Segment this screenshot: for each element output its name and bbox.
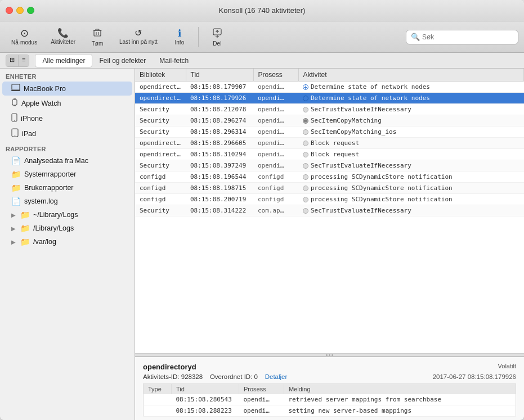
brukerrapporter-label: Brukerrapporter	[24, 184, 74, 192]
table-row[interactable]: configd 08:15:08.200719 configd processi…	[135, 194, 524, 205]
naa-modus-label: Nå-modus	[11, 39, 37, 46]
detail-cell-type	[144, 405, 172, 417]
apple-watch-label: Apple Watch	[21, 100, 61, 107]
info-button[interactable]: ℹ Info	[165, 26, 194, 48]
cell-activity: +Determine state of network nodes	[298, 82, 524, 93]
sidebar: Enheter MacBook Pro Apple Watch iPhone	[0, 69, 135, 420]
sidebar-item-var-log[interactable]: ▶ 📁 /var/log	[2, 235, 132, 249]
reports-header: Rapporter	[0, 141, 135, 154]
search-input[interactable]	[422, 33, 513, 41]
table-row[interactable]: opendirect… 08:15:08.179926 opendi… Dete…	[135, 93, 524, 104]
cell-library: configd	[135, 183, 186, 194]
lib-logs-icon: 📁	[20, 224, 30, 233]
sidebar-item-analyse[interactable]: 📄 Analysedata fra Mac	[2, 154, 132, 168]
cell-process: configd	[253, 194, 298, 205]
close-button[interactable]	[6, 7, 13, 14]
table-row[interactable]: Security 08:15:08.397249 opendi… SecTrus…	[135, 160, 524, 171]
table-row[interactable]: opendirect… 08:15:08.179907 opendi… +Det…	[135, 82, 524, 93]
detail-table-row[interactable]: 08:15:08.280543 opendi… retrieved server…	[144, 394, 516, 405]
tom-button[interactable]: Tøm	[83, 25, 111, 49]
cell-time: 08:15:08.179907	[186, 82, 253, 93]
cell-library: Security	[135, 104, 186, 115]
sidebar-item-brukerrapporter[interactable]: 📁 Brukerrapporter	[2, 181, 132, 195]
library-logs-icon: 📁	[20, 210, 30, 219]
sidebar-item-macbook[interactable]: MacBook Pro	[2, 82, 132, 96]
svg-rect-7	[12, 100, 17, 105]
iphone-label: iPhone	[21, 115, 43, 123]
cell-process: opendi…	[253, 138, 298, 149]
tab-mail-fetch[interactable]: Mail-fetch	[153, 55, 195, 67]
ipad-label: iPad	[22, 130, 36, 138]
table-row[interactable]: configd 08:15:08.198715 configd processi…	[135, 183, 524, 194]
cell-activity: processing SCDynamicStore notification	[298, 171, 524, 183]
app-window: Konsoll (16 740 aktiviteter) ⊙ Nå-modus …	[0, 0, 524, 420]
search-icon: 🔍	[411, 33, 420, 41]
naa-modus-button[interactable]: ⊙ Nå-modus	[6, 26, 43, 48]
del-button[interactable]: Del	[203, 25, 231, 49]
table-row[interactable]: opendirect… 08:15:08.296605 opendi… Bloc…	[135, 138, 524, 149]
search-box[interactable]: 🔍	[406, 30, 518, 44]
cell-activity: Block request	[298, 149, 524, 160]
cell-activity: SecTrustEvaluateIfNecessary	[298, 205, 524, 216]
window-title: Konsoll (16 740 aktiviteter)	[219, 6, 306, 15]
minimize-button[interactable]	[16, 7, 24, 14]
detail-col-process: Prosess	[239, 384, 284, 395]
parent-id-label: Overordnet ID:	[210, 373, 252, 380]
sidebar-item-library-logs[interactable]: ▶ 📁 ~/Library/Logs	[2, 208, 132, 222]
cell-process: com.ap…	[253, 205, 298, 216]
detail-meta: Aktivitets-ID: 928328 Overordnet ID: 0 D…	[143, 373, 516, 380]
last-inn-button[interactable]: ↺ Last inn på nytt	[114, 26, 163, 47]
sidebar-item-apple-watch[interactable]: Apple Watch	[2, 96, 132, 111]
log-table-container[interactable]: Bibliotek Tid Prosess Aktivitet opendire…	[135, 69, 524, 353]
apple-watch-icon	[11, 98, 18, 109]
divider-dots	[326, 354, 333, 356]
aktiviteter-icon: 📞	[57, 29, 69, 38]
table-row[interactable]: Security 08:15:08.296314 opendi… SecItem…	[135, 127, 524, 138]
cell-time: 08:15:08.196544	[186, 171, 253, 183]
system-log-icon: 📄	[11, 197, 21, 206]
cell-process: configd	[253, 171, 298, 183]
cell-time: 08:15:08.397249	[186, 160, 253, 171]
cell-process: configd	[253, 183, 298, 194]
toggle-grid-button[interactable]: ⊞	[6, 55, 19, 66]
tab-feil-defekter[interactable]: Feil og defekter	[92, 55, 153, 67]
cell-activity: SecTrustEvaluateIfNecessary	[298, 104, 524, 115]
cell-time: 08:15:08.296274	[186, 115, 253, 127]
detail-cell-process: opendi…	[239, 405, 284, 417]
analyse-icon: 📄	[11, 156, 21, 165]
table-row[interactable]: opendirect… 08:15:08.310294 opendi… Bloc…	[135, 149, 524, 160]
sidebar-item-lib-logs[interactable]: ▶ 📁 /Library/Logs	[2, 222, 132, 235]
toggle-list-button[interactable]: ≡	[19, 55, 29, 66]
sidebar-item-ipad[interactable]: iPad	[2, 126, 132, 141]
detail-cell-message: setting new server-based mappings	[284, 405, 516, 417]
sidebar-item-iphone[interactable]: iPhone	[2, 111, 132, 126]
brukerrapporter-icon: 📁	[11, 183, 21, 192]
cell-process: opendi…	[253, 127, 298, 138]
cell-activity: Block request	[298, 138, 524, 149]
cell-process: opendi…	[253, 149, 298, 160]
title-bar: Konsoll (16 740 aktiviteter)	[0, 0, 524, 21]
table-row[interactable]: Security 08:15:08.212078 opendi… SecTrus…	[135, 104, 524, 115]
devices-header: Enheter	[0, 69, 135, 82]
aktiviteter-label: Aktiviteter	[51, 39, 75, 45]
cell-library: configd	[135, 171, 186, 183]
cell-time: 08:15:08.200719	[186, 194, 253, 205]
library-logs-label: ~/Library/Logs	[33, 211, 78, 219]
sidebar-item-system-log[interactable]: 📄 system.log	[2, 195, 132, 208]
table-row[interactable]: Security 08:15:08.314222 com.ap… SecTrus…	[135, 205, 524, 216]
detail-cell-type	[144, 394, 172, 405]
del-label: Del	[213, 40, 221, 47]
details-link[interactable]: Detaljer	[265, 373, 288, 380]
detail-table-row[interactable]: 08:15:08.288223 opendi… setting new serv…	[144, 405, 516, 417]
maximize-button[interactable]	[27, 7, 34, 14]
table-row[interactable]: Security 08:15:08.296274 opendi… SecItem…	[135, 115, 524, 127]
cell-process: opendi…	[253, 160, 298, 171]
sidebar-item-systemrapporter[interactable]: 📁 Systemrapporter	[2, 168, 132, 181]
cell-activity: SecItemCopyMatching	[298, 115, 524, 127]
expand-arrow-library: ▶	[11, 212, 16, 218]
table-row[interactable]: configd 08:15:08.196544 configd processi…	[135, 171, 524, 183]
iphone-icon	[11, 113, 17, 124]
aktiviteter-button[interactable]: 📞 Aktiviteter	[45, 26, 81, 47]
tab-alle-meldinger[interactable]: Alle meldinger	[35, 54, 92, 67]
detail-panel: opendirectoryd Volatilt Aktivitets-ID: 9…	[135, 356, 524, 420]
